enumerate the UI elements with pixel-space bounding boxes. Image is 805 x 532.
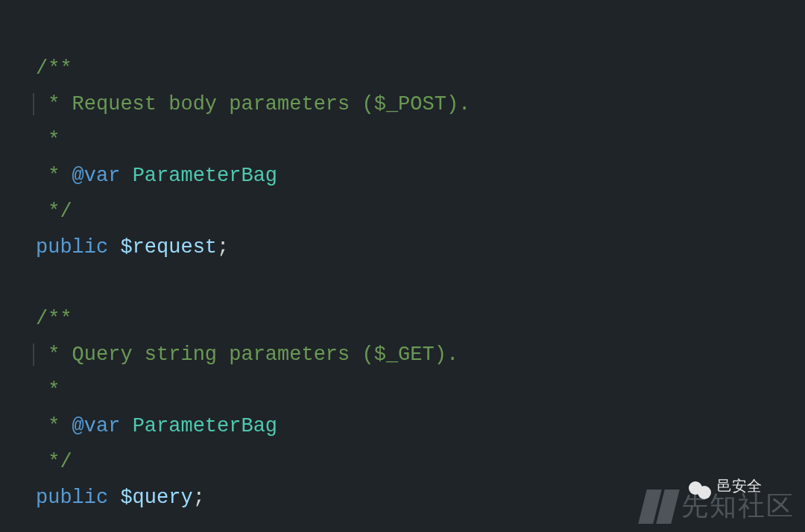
docblock-blank: *: [36, 379, 60, 402]
wechat-icon: [689, 481, 711, 499]
phpdoc-type: ParameterBag: [133, 165, 277, 187]
phpdoc-tag: @var: [72, 415, 121, 437]
docblock-open: /**: [36, 308, 72, 330]
docblock-desc: * Query string parameters ($_GET).: [36, 343, 458, 366]
phpdoc-tag: @var: [72, 165, 121, 187]
keyword-public: public: [36, 487, 108, 509]
docblock-desc: * Request body parameters ($_POST).: [36, 93, 470, 115]
watermark-small-label: 邑安全: [717, 476, 762, 496]
keyword-public: public: [36, 236, 108, 259]
docblock-var-prefix: *: [36, 165, 72, 187]
phpdoc-type: ParameterBag: [133, 415, 277, 437]
docblock-close: */: [36, 451, 72, 473]
var-request: $request: [120, 236, 217, 259]
docblock-open: /**: [36, 57, 72, 80]
var-query: $query: [120, 487, 192, 509]
semicolon: ;: [193, 487, 205, 509]
code-editor: /** * Request body parameters ($_POST). …: [0, 0, 805, 516]
docblock-close: */: [36, 200, 72, 223]
docblock-blank: *: [36, 129, 60, 151]
semicolon: ;: [217, 236, 229, 259]
docblock-var-prefix: *: [36, 415, 72, 437]
